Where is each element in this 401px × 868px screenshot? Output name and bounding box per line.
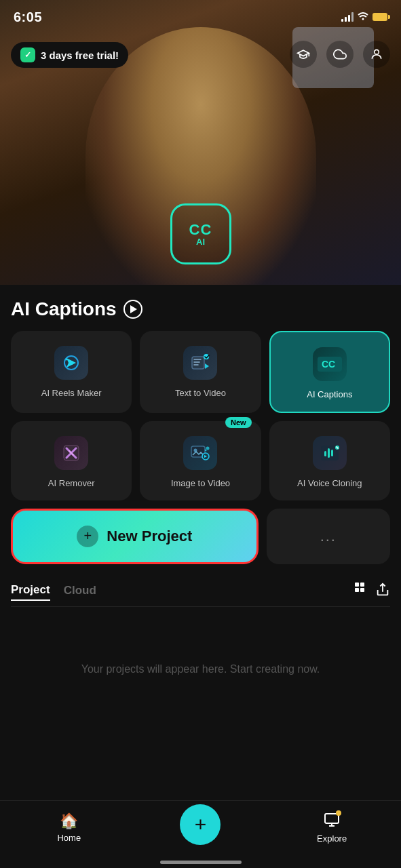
grid-icon (355, 583, 364, 592)
main-content: AI Captions AI Reels Maker (0, 285, 401, 806)
svg-point-3 (69, 361, 73, 365)
captions-label: AI Captions (307, 389, 352, 401)
export-button[interactable] (375, 583, 390, 601)
svg-point-0 (362, 18, 364, 20)
tab-cloud[interactable]: Cloud (64, 584, 96, 600)
top-icons (290, 41, 390, 68)
trial-badge[interactable]: ✓ 3 days free trial! (11, 42, 128, 68)
cc-text: CC (189, 222, 212, 237)
svg-rect-4 (192, 357, 204, 369)
nav-explore[interactable]: Explore (305, 812, 359, 844)
hero-section: 6:05 ✓ 3 days free trial! (0, 0, 401, 285)
svg-text:CC: CC (322, 359, 335, 370)
feature-card-ai-reels[interactable]: AI Reels Maker (11, 331, 132, 413)
text-video-label: Text to Video (175, 388, 226, 399)
trial-label: 3 days free trial! (41, 50, 119, 61)
empty-state: Your projects will appear here. Start cr… (11, 607, 390, 732)
trial-icon: ✓ (20, 47, 35, 62)
project-tabs: Project Cloud (11, 575, 390, 607)
signal-icon (341, 12, 354, 22)
plus-symbol: + (84, 528, 92, 544)
explore-label: Explore (317, 833, 347, 844)
captions-icon: CC (313, 347, 347, 381)
feature-card-image-to-video[interactable]: New Image to Video (140, 421, 261, 500)
status-bar: 6:05 (0, 0, 401, 34)
cc-ai-logo: CC AI (170, 203, 231, 264)
img-video-label: Image to Video (171, 478, 230, 490)
more-dots: ... (320, 528, 337, 545)
cloud-icon-btn[interactable] (326, 41, 354, 68)
svg-point-1 (375, 50, 379, 54)
play-triangle (130, 305, 137, 313)
tab-icons (355, 583, 390, 601)
ai-text: AI (196, 237, 205, 246)
wifi-icon (358, 12, 368, 23)
remover-label: AI Remover (48, 478, 95, 490)
nav-home[interactable]: 🏠 Home (42, 812, 96, 843)
section-title-text: AI Captions (11, 298, 117, 320)
voice-label: AI Voice Cloning (297, 478, 362, 490)
new-badge: New (225, 417, 252, 428)
cc-inner: CC AI (189, 222, 212, 246)
explore-dot (336, 810, 341, 816)
profile-icon-btn[interactable] (363, 41, 390, 68)
reels-label: AI Reels Maker (41, 388, 102, 399)
explore-icon-wrap (324, 812, 340, 831)
home-label: Home (57, 833, 81, 843)
feature-card-ai-remover[interactable]: AI Remover (11, 421, 132, 500)
img-video-icon (183, 436, 217, 470)
svg-point-12 (206, 446, 210, 450)
grid-view-button[interactable] (355, 583, 364, 601)
bottom-row: + New Project ... (11, 509, 390, 564)
tab-project[interactable]: Project (11, 583, 50, 601)
new-project-label: New Project (107, 528, 192, 545)
reels-icon (54, 346, 88, 380)
feature-card-text-to-video[interactable]: Text to Video (140, 331, 261, 413)
feature-card-ai-captions[interactable]: CC AI Captions (269, 331, 390, 413)
nav-plus-icon: + (195, 814, 207, 835)
feature-grid: AI Reels Maker Text to Video CC (11, 331, 390, 500)
status-time: 6:05 (14, 9, 42, 25)
text-video-icon (183, 346, 217, 380)
play-circle-icon[interactable] (123, 300, 142, 319)
status-icons (341, 12, 387, 23)
nav-add-button[interactable]: + (180, 804, 221, 845)
graduation-icon-btn[interactable] (290, 41, 317, 68)
battery-icon (373, 13, 387, 21)
feature-card-ai-voice[interactable]: AI Voice Cloning (269, 421, 390, 500)
svg-rect-15 (328, 448, 330, 458)
empty-state-text: Your projects will appear here. Start cr… (81, 663, 320, 675)
more-button[interactable]: ... (267, 509, 390, 564)
svg-rect-14 (324, 451, 326, 456)
home-icon: 🏠 (60, 812, 78, 830)
voice-icon (313, 436, 347, 470)
section-title-row: AI Captions (11, 285, 390, 331)
svg-rect-16 (331, 450, 333, 456)
new-project-button[interactable]: + New Project (11, 509, 259, 564)
new-project-plus-icon: + (77, 526, 98, 547)
home-indicator (160, 861, 242, 864)
bottom-nav: 🏠 Home + Explore (0, 800, 401, 868)
remover-icon (54, 436, 88, 470)
